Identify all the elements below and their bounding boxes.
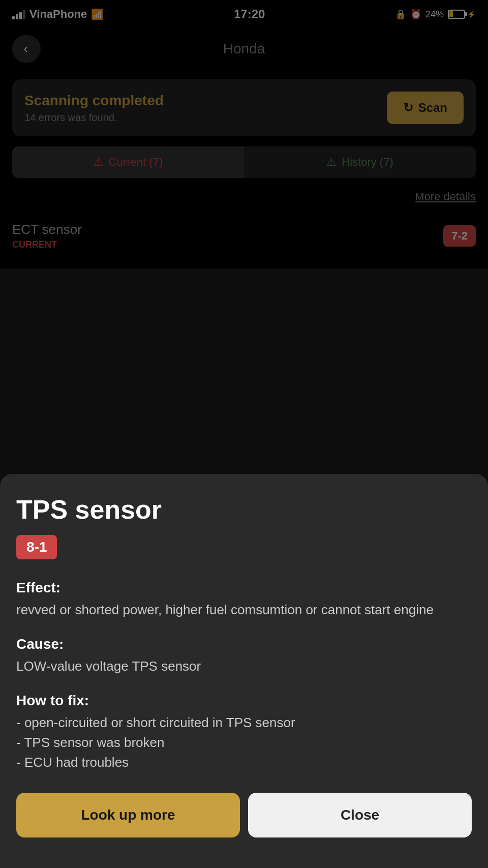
close-button[interactable]: Close — [248, 793, 472, 837]
sheet-cause-section: Cause: LOW-value voltage TPS sensor — [16, 636, 472, 676]
sheet-fix-text: - open-circuited or short circuited in T… — [16, 713, 472, 772]
sheet-fix-label: How to fix: — [16, 693, 472, 709]
sheet-effect-section: Effect: revved or shorted power, higher … — [16, 580, 472, 620]
sheet-fix-section: How to fix: - open-circuited or short ci… — [16, 693, 472, 772]
bottom-sheet: TPS sensor 8-1 Effect: revved or shorted… — [0, 474, 488, 868]
sheet-effect-label: Effect: — [16, 580, 472, 596]
lookup-button[interactable]: Look up more — [16, 793, 240, 837]
sheet-effect-text: revved or shorted power, higher fuel com… — [16, 600, 472, 620]
sheet-buttons: Look up more Close — [16, 793, 472, 837]
sheet-cause-text: LOW-value voltage TPS sensor — [16, 656, 472, 676]
sheet-code-badge: 8-1 — [16, 535, 57, 559]
sheet-cause-label: Cause: — [16, 636, 472, 652]
sheet-sensor-title: TPS sensor — [16, 494, 472, 525]
